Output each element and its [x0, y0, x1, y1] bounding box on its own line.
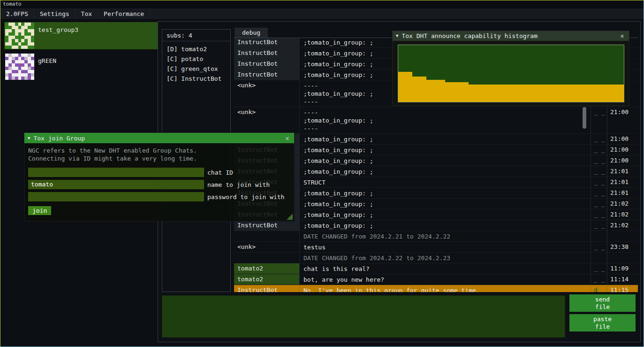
message-text: ;tomato_in_group: ;	[300, 220, 591, 231]
join-name-input[interactable]: tomato	[28, 180, 204, 189]
paste-file-label-line2: file	[595, 323, 610, 331]
message-text: ;tomato_in_group: ;	[300, 166, 591, 177]
message-time: 21:01	[607, 177, 638, 187]
join-window-titlebar[interactable]: ▼ Tox join Group ✕	[24, 133, 294, 143]
message-author: InstructBot	[234, 69, 300, 80]
group-row-test-group3[interactable]: test_group3	[4, 22, 159, 49]
paste-file-button[interactable]: paste file	[569, 314, 636, 332]
histogram-bar	[539, 85, 544, 102]
histogram-bar	[445, 82, 450, 102]
message-flags: _ _	[591, 199, 607, 209]
message-text: ;tomato_in_group: ;	[300, 188, 591, 198]
sub-item-tomato2[interactable]: [D] tomato2	[162, 44, 230, 54]
message-flags: _ _	[591, 145, 607, 155]
collapse-arrow-icon[interactable]: ▼	[28, 136, 30, 140]
message-flags: _ _	[591, 242, 607, 252]
histogram-bar	[568, 85, 572, 102]
join-description-line: NGC refers to the New DHT enabled Group …	[28, 147, 290, 154]
message-time: 11:14	[607, 274, 638, 285]
message-row[interactable]: InstructBot;tomato_in_group: ;_ _21:01	[234, 166, 638, 177]
message-row[interactable]: InstructBotNo, I've been in this group f…	[234, 285, 638, 292]
message-time: 11:09	[607, 263, 638, 274]
menu-item-settings[interactable]: Settings	[34, 8, 76, 19]
message-row[interactable]: InstructBot;tomato_in_group: ;_ _21:00	[234, 145, 638, 155]
group-row-green[interactable]: gREEN	[4, 53, 159, 80]
message-text: ;tomato_in_group: ;	[300, 209, 591, 220]
histogram-bar	[549, 85, 553, 102]
message-time: 21:00	[607, 145, 638, 155]
join-group-window: ▼ Tox join Group ✕ NGC refers to the New…	[24, 132, 295, 222]
message-row[interactable]: <unk>testus_ _23:38	[234, 242, 638, 253]
message-row[interactable]: InstructBot;tomato_in_group: ;_ _21:02	[234, 209, 638, 220]
system-row[interactable]: DATE CHANGED from 2024.2.21 to 2024.2.22	[234, 231, 638, 242]
message-row[interactable]: InstructBot;tomato_in_group: ;_ _21:00	[234, 134, 638, 145]
histogram-bar	[596, 85, 600, 102]
group-avatar	[5, 54, 34, 80]
histogram-bar	[431, 80, 436, 102]
histogram-bar	[469, 85, 473, 102]
tab-debug[interactable]: debug	[235, 28, 268, 38]
histogram-bar	[422, 77, 426, 102]
send-file-button[interactable]: send file	[569, 294, 636, 312]
message-row[interactable]: InstructBot;tomato_in_group: ;_ _21:02	[234, 199, 638, 209]
histogram-bar	[436, 80, 440, 102]
message-time: 21:00	[607, 134, 638, 144]
histogram-window-title: Tox DHT announce capability histogram	[402, 32, 615, 39]
message-row[interactable]: InstructBot;tomato_in_group: ;_ _21:00	[234, 155, 638, 166]
sub-item-potato[interactable]: [C] potato	[162, 54, 230, 64]
message-author: tomato2	[234, 274, 300, 285]
close-icon[interactable]: ✕	[619, 32, 626, 39]
histogram-bar	[530, 85, 534, 102]
message-flags: d	[591, 285, 607, 292]
message-row[interactable]: InstructBot;tomato_in_group: ;_ _21:01	[234, 188, 638, 199]
join-password-input[interactable]	[28, 192, 204, 201]
histogram-bar	[459, 82, 464, 102]
histogram-window: ▼ Tox DHT announce capability histogram …	[392, 31, 629, 106]
join-name-label: name to join with	[207, 181, 270, 188]
histogram-bar	[417, 77, 422, 102]
message-flags	[591, 253, 607, 263]
message-row[interactable]: tomato2chat is this real?_ _11:09	[234, 263, 638, 274]
message-row[interactable]: <unk>---- ;tomato_in_group: ; ----_ _21:…	[234, 107, 638, 134]
resize-grip-icon[interactable]	[287, 214, 293, 220]
message-text: chat is this real?	[300, 263, 591, 274]
send-file-label-line2: file	[595, 303, 610, 311]
chat-scrollbar[interactable]	[583, 107, 586, 129]
subs-header: subs: 4	[162, 30, 230, 41]
menu-item-tox[interactable]: Tox	[76, 8, 98, 19]
message-flags: _ _	[591, 263, 607, 274]
menu-item-performance[interactable]: Performance	[98, 8, 150, 19]
system-row[interactable]: DATE CHANGED from 2024.2.22 to 2024.2.23	[234, 253, 638, 263]
histogram-bar	[501, 85, 506, 102]
sub-item-green-qtox[interactable]: [C] green_qtox	[162, 64, 230, 74]
message-row[interactable]: tomato2bot, are you new here?_ _11:14	[234, 274, 638, 285]
histogram-bar	[591, 85, 596, 102]
histogram-bar	[497, 85, 501, 102]
group-avatar	[5, 23, 34, 49]
message-flags	[591, 231, 607, 241]
message-input[interactable]	[162, 295, 565, 338]
message-flags: _ _	[591, 220, 607, 231]
histogram-window-body	[393, 41, 629, 106]
join-button[interactable]: join	[28, 206, 51, 215]
histogram-bar	[473, 85, 478, 102]
message-row[interactable]: InstructBot;tomato_in_group: ;_ _21:02	[234, 220, 638, 231]
message-author: InstructBot	[234, 59, 300, 69]
histogram-bar	[483, 85, 487, 102]
close-icon[interactable]: ✕	[284, 135, 291, 142]
histogram-window-titlebar[interactable]: ▼ Tox DHT announce capability histogram …	[393, 31, 629, 41]
sub-item-instructbot[interactable]: [C] InstructBot	[162, 74, 230, 84]
message-time: 23:38	[607, 242, 638, 252]
paste-file-label-line1: paste	[593, 316, 612, 323]
histogram-bar	[455, 82, 459, 102]
chat-id-input[interactable]	[28, 168, 204, 177]
message-author: InstructBot	[234, 285, 300, 292]
group-name: test_group3	[38, 22, 78, 33]
message-flags: _ _	[591, 274, 607, 285]
message-flags: _ _	[591, 166, 607, 177]
message-flags: _ _	[591, 134, 607, 144]
message-time	[607, 253, 638, 263]
message-row[interactable]: InstructBotSTRUCT_ _21:01	[234, 177, 638, 188]
collapse-arrow-icon[interactable]: ▼	[396, 34, 398, 38]
message-author: tomato2	[234, 263, 300, 274]
